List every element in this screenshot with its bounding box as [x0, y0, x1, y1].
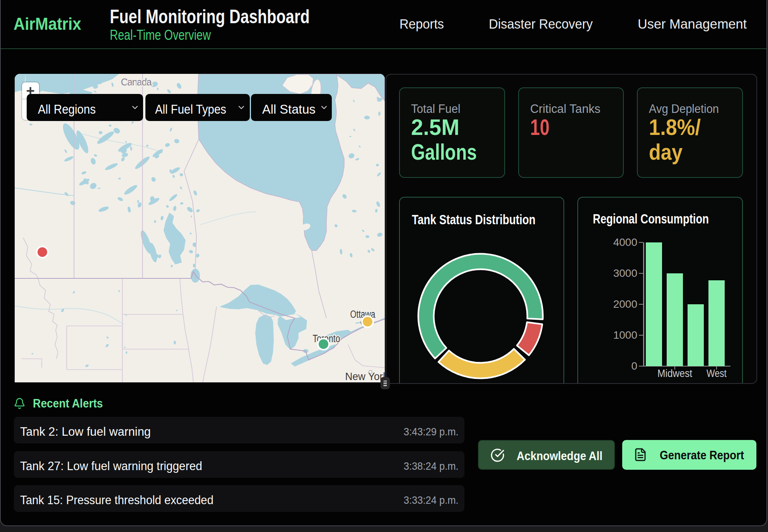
svg-text:New York: New York [345, 371, 385, 382]
svg-text:Canada: Canada [121, 77, 152, 87]
